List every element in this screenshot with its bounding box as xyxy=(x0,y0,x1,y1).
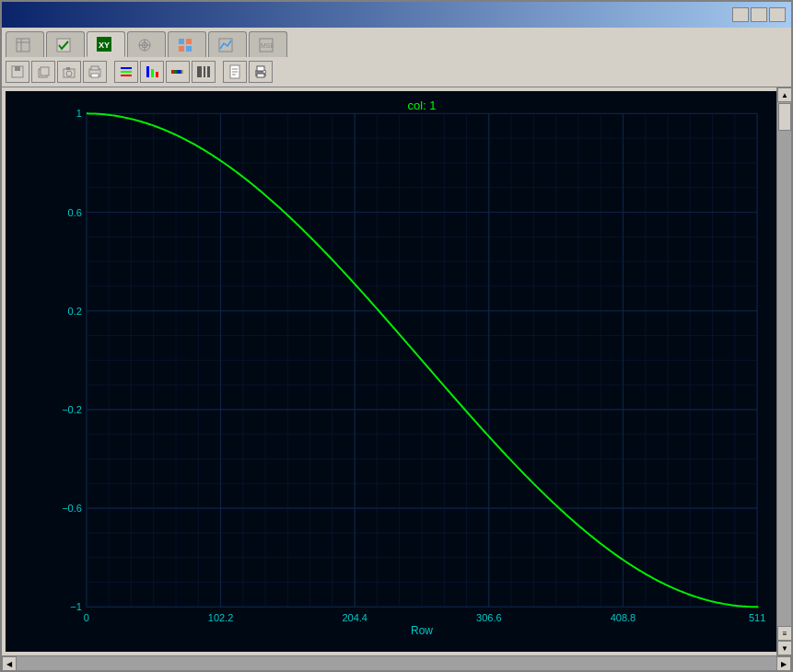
prediction-icon xyxy=(218,38,233,52)
svg-rect-10 xyxy=(179,39,184,44)
svg-text:XY: XY xyxy=(99,41,110,50)
svg-rect-13 xyxy=(186,46,192,52)
toolbar-btn-9[interactable] xyxy=(249,61,273,83)
toolbar-btn-8[interactable] xyxy=(223,61,247,83)
minimize-button[interactable] xyxy=(732,7,749,22)
svg-rect-43 xyxy=(257,74,264,77)
scroll-track-horizontal[interactable] xyxy=(17,656,776,670)
chart-container: col: 1 1 0.6 0.2 −0.2 −0.6 −1 0 102.2 20… xyxy=(6,91,776,652)
printer-icon xyxy=(253,64,268,79)
confussion-icon xyxy=(178,38,192,52)
svg-rect-18 xyxy=(15,66,20,71)
svg-rect-33 xyxy=(171,70,184,74)
toolbar-btn-3[interactable] xyxy=(83,61,107,83)
tab-xy[interactable]: XY xyxy=(87,31,125,57)
toolbar-btn-7[interactable] xyxy=(192,61,216,83)
maximize-button[interactable] xyxy=(751,7,767,22)
mse-icon: MSE xyxy=(259,38,274,52)
main-window: XY xyxy=(0,0,793,672)
toolbar-btn-4[interactable] xyxy=(114,61,138,83)
xy-icon: XY xyxy=(97,37,111,52)
toolbar-btn-5[interactable] xyxy=(140,61,164,83)
title-bar xyxy=(2,2,791,28)
svg-rect-35 xyxy=(204,66,205,77)
pattern-icon xyxy=(196,64,211,79)
scrollbar-right[interactable]: ▲ ≡ ▼ xyxy=(776,87,791,655)
chart-canvas xyxy=(6,91,776,652)
table-icon xyxy=(16,38,30,52)
color-icon xyxy=(170,64,185,79)
svg-rect-30 xyxy=(146,66,149,77)
document-icon xyxy=(227,64,242,79)
polar-icon xyxy=(137,38,152,52)
svg-rect-26 xyxy=(91,74,99,77)
copy-icon xyxy=(36,64,51,79)
svg-rect-31 xyxy=(151,69,154,77)
toolbar-btn-2[interactable] xyxy=(57,61,81,83)
scroll-track-vertical[interactable] xyxy=(777,102,791,626)
svg-rect-12 xyxy=(179,46,184,52)
tab-prediction[interactable] xyxy=(208,31,247,57)
toolbar-separator-1 xyxy=(109,61,112,83)
toolbar-btn-1[interactable] xyxy=(31,61,55,83)
scroll-up-button[interactable]: ▲ xyxy=(777,87,791,102)
save-icon xyxy=(10,64,25,79)
print-icon xyxy=(87,64,102,79)
scroll-thumb-vertical[interactable] xyxy=(778,103,791,131)
check-icon xyxy=(56,38,71,52)
tab-data[interactable] xyxy=(6,31,44,57)
svg-rect-20 xyxy=(41,67,49,75)
svg-rect-34 xyxy=(197,66,202,77)
svg-rect-32 xyxy=(156,72,158,77)
toolbar-btn-0[interactable] xyxy=(6,61,29,83)
scroll-left-button[interactable]: ◀ xyxy=(2,656,17,671)
lines-icon xyxy=(119,64,134,79)
svg-text:MSE: MSE xyxy=(261,42,274,49)
scrollbar-bottom[interactable]: ◀ ▶ xyxy=(2,655,791,670)
camera-icon xyxy=(62,64,76,79)
svg-rect-11 xyxy=(186,39,192,44)
scroll-right-button[interactable]: ▶ xyxy=(776,656,791,671)
svg-point-22 xyxy=(66,71,72,76)
toolbar-btn-6[interactable] xyxy=(166,61,190,83)
close-button[interactable] xyxy=(769,7,786,22)
tab-confussion[interactable] xyxy=(168,31,206,57)
toolbar xyxy=(2,57,791,87)
svg-point-44 xyxy=(263,71,265,73)
toolbar-separator-2 xyxy=(217,61,221,83)
svg-rect-23 xyxy=(66,67,70,70)
scroll-middle-button[interactable]: ≡ xyxy=(777,626,791,641)
tab-mse-pred[interactable]: MSE xyxy=(249,31,287,57)
content-area: col: 1 1 0.6 0.2 −0.2 −0.6 −1 0 102.2 20… xyxy=(2,87,791,655)
tab-polar[interactable] xyxy=(127,31,166,57)
tab-report[interactable] xyxy=(46,31,85,57)
bars-icon xyxy=(145,64,159,79)
window-controls xyxy=(732,7,786,22)
scroll-down-button[interactable]: ▼ xyxy=(777,641,791,655)
svg-rect-0 xyxy=(17,39,29,52)
tabs-bar: XY xyxy=(2,28,791,57)
svg-rect-36 xyxy=(207,66,210,77)
svg-rect-42 xyxy=(257,66,264,71)
svg-rect-25 xyxy=(91,66,99,70)
